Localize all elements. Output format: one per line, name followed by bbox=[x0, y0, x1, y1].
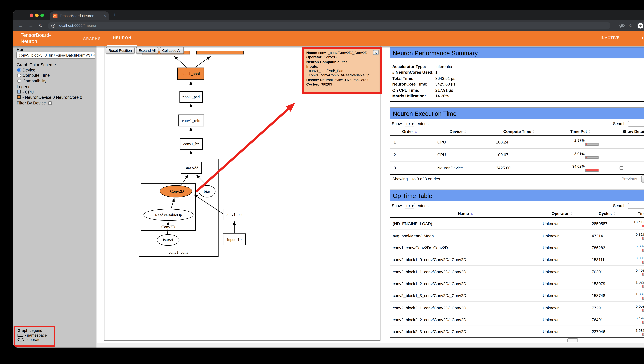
graph-node-conv1-bn[interactable]: conv1_bn bbox=[180, 138, 203, 150]
filter-by-device-row: Filter By Device bbox=[16, 100, 52, 105]
sort-asc-icon: ▲ bbox=[470, 212, 473, 215]
cell-operator: Unknown bbox=[541, 330, 583, 334]
reset-position-button[interactable]: Reset Position bbox=[106, 47, 134, 54]
column-operator[interactable]: Operator▲▼ bbox=[541, 210, 583, 217]
column-name[interactable]: Name▲ bbox=[390, 210, 541, 217]
cell-cycles: 7729 bbox=[583, 306, 631, 310]
graph-node-readvariableop[interactable]: ReadVariableOp bbox=[144, 209, 194, 221]
cell-operator: Unknown bbox=[541, 294, 583, 298]
tooltip-close-button[interactable]: x bbox=[373, 50, 379, 55]
color-scheme-option[interactable]: Compatibility bbox=[17, 78, 50, 84]
graph-node-cropped-2[interactable] bbox=[196, 51, 244, 54]
node-tooltip: x Name: conv1_conv/Conv2D/_Conv2D Operat… bbox=[304, 49, 380, 92]
collapse-all-button[interactable]: Collapse All bbox=[160, 47, 184, 54]
summary-value: Inferentia bbox=[435, 64, 452, 70]
column-cycles[interactable]: Cycles▲▼ bbox=[583, 210, 631, 217]
cell-operator: Unknown bbox=[541, 246, 583, 250]
browser-tab[interactable]: TensorBoard-Neuron × bbox=[50, 12, 109, 20]
graph-node-biasadd[interactable]: BiasAdd bbox=[181, 162, 202, 174]
page-1-button[interactable]: 1 bbox=[641, 176, 644, 182]
cell-name: conv2_block1_3_conv/Conv2D/_Conv2D bbox=[390, 294, 541, 298]
cropped-footer-control[interactable] bbox=[567, 338, 578, 342]
namespace-label-conv2d: Conv2D bbox=[141, 225, 195, 229]
cell-name: conv2_block2_3_conv/Conv2D/_Conv2D bbox=[390, 330, 541, 334]
summary-value: 217.91 µs bbox=[435, 88, 453, 94]
execution-time-panel: Neuron Execution Time Show 10▾ entries S… bbox=[390, 108, 644, 182]
column-show-details[interactable]: Show Details▲▼ bbox=[609, 128, 644, 135]
column-time-pct[interactable]: Time Pct▲▼ bbox=[552, 128, 609, 135]
page-size-select[interactable]: 10▾ bbox=[404, 121, 415, 126]
graph-node-conv1-relu[interactable]: conv1_relu bbox=[178, 114, 204, 126]
cell-cycles: 786283 bbox=[583, 246, 631, 250]
reload-icon[interactable]: ↻ bbox=[39, 22, 43, 28]
expand-all-button[interactable]: Expand All bbox=[136, 47, 158, 54]
column-device[interactable]: Device▲▼ bbox=[430, 128, 486, 135]
cell-order: 2 bbox=[390, 153, 430, 157]
previous-button[interactable]: Previous bbox=[622, 177, 637, 181]
cell-time-pct: 1.02% bbox=[631, 280, 644, 288]
run-status-dropdown[interactable]: INACTIVE▾ bbox=[601, 36, 644, 41]
back-icon[interactable]: ← bbox=[18, 23, 23, 28]
column-order[interactable]: Order▲ bbox=[390, 128, 430, 135]
browser-toolbar: ← → ↻ i localhost:6006/#neuron bbox=[13, 20, 644, 31]
show-details-checkbox[interactable] bbox=[620, 166, 623, 170]
radio-icon[interactable] bbox=[17, 68, 21, 72]
graph-node-pool1-pool[interactable]: pool1_pool bbox=[177, 68, 204, 80]
filter-checkbox[interactable] bbox=[48, 101, 52, 104]
bottom-scroll-track[interactable] bbox=[96, 343, 644, 348]
execution-time-title: Neuron Execution Time bbox=[390, 108, 644, 119]
performance-summary-panel: Neuron Performance Summary Accelerator T… bbox=[390, 47, 644, 102]
cell-operator: Unknown bbox=[541, 258, 583, 262]
summary-row: NeuronCore Time: 3425.60 µs bbox=[392, 82, 644, 88]
legend-label: - NeuronDevice 0 NeuronCore 0 bbox=[22, 94, 82, 99]
graph-node-input-10[interactable]: input_10 bbox=[223, 234, 246, 245]
site-info-icon[interactable]: i bbox=[52, 24, 56, 28]
forward-icon[interactable]: → bbox=[28, 23, 33, 28]
address-bar[interactable]: i localhost:6006/#neuron bbox=[48, 22, 610, 29]
table-row: conv2_block1_3_conv/Conv2D/_Conv2D Unkno… bbox=[390, 290, 644, 302]
summary-value: 3643.51 µs bbox=[435, 76, 456, 82]
tab-close-icon[interactable]: × bbox=[104, 14, 106, 18]
cell-name: avg_pool/Mean/_Mean bbox=[390, 234, 541, 238]
cell-name: conv2_block1_2_conv/Conv2D/_Conv2D bbox=[390, 282, 541, 286]
cell-operator: Unknown bbox=[541, 270, 583, 274]
table-row: 1 CPU 108.24 2.97% bbox=[390, 136, 644, 148]
radio-icon[interactable] bbox=[17, 79, 21, 83]
graph-node-conv1-pad[interactable]: conv1_pad bbox=[223, 209, 246, 220]
tab-graphs[interactable]: GRAPHS bbox=[77, 31, 107, 46]
sort-asc-icon: ▲ bbox=[414, 130, 418, 133]
eye-off-icon[interactable] bbox=[619, 23, 625, 28]
graph-node-conv2d-op-selected[interactable]: _Conv2D bbox=[160, 185, 192, 198]
mac-close-button[interactable] bbox=[30, 14, 33, 17]
main-content: Reset Position Expand All Collapse All bbox=[96, 46, 644, 348]
new-tab-icon[interactable]: + bbox=[113, 12, 116, 19]
search-input[interactable] bbox=[628, 202, 644, 209]
graph-node-pool1-pad[interactable]: pool1_pad bbox=[180, 91, 203, 103]
graph-toolbar: Reset Position Expand All Collapse All bbox=[106, 47, 184, 54]
cell-time-pct: 0.45% bbox=[631, 268, 644, 276]
op-table-bottom-line bbox=[390, 338, 644, 338]
bookmark-star-icon[interactable]: ☆ bbox=[629, 23, 633, 28]
mac-zoom-button[interactable] bbox=[40, 14, 44, 17]
browser-window: TensorBoard-Neuron × + ← → ↻ i localhost… bbox=[13, 10, 644, 348]
cell-cycles: 153111 bbox=[583, 258, 631, 262]
run-select[interactable]: conv5_block3_3_bn+FusedBatchNormV3+Rea▾ bbox=[16, 52, 95, 59]
header-right: INACTIVE▾ ↻ ⚙ ? bbox=[601, 31, 644, 46]
graph-node-kernel[interactable]: kernel bbox=[156, 234, 180, 246]
color-scheme-option[interactable]: Device bbox=[17, 67, 50, 73]
radio-icon[interactable] bbox=[17, 74, 21, 77]
column-compute-time[interactable]: Compute Time▲▼ bbox=[486, 128, 552, 135]
cell-compute-time: 3425.60 bbox=[486, 166, 552, 170]
execution-time-rows: 1 CPU 108.24 2.97% 2 CPU 109.67 3.01% 3 … bbox=[390, 136, 644, 174]
page-size-select[interactable]: 10▾ bbox=[404, 203, 415, 208]
column-time-pct[interactable]: Time Pct▲▼ bbox=[631, 210, 644, 217]
app-header: TensorBoard-Neuron GRAPHS NEURON INACTIV… bbox=[13, 31, 644, 46]
summary-row: Total Time: 3643.51 µs bbox=[392, 76, 644, 82]
legend-item: - NeuronDevice 0 NeuronCore 0 bbox=[17, 94, 82, 100]
mac-minimize-button[interactable] bbox=[35, 14, 39, 17]
summary-value: 14.26% bbox=[435, 94, 449, 100]
tab-neuron[interactable]: NEURON bbox=[107, 31, 138, 46]
color-scheme-option[interactable]: Compute Time bbox=[17, 73, 50, 78]
search-input[interactable] bbox=[628, 120, 644, 126]
graph-node-bias[interactable]: bias bbox=[199, 185, 215, 198]
